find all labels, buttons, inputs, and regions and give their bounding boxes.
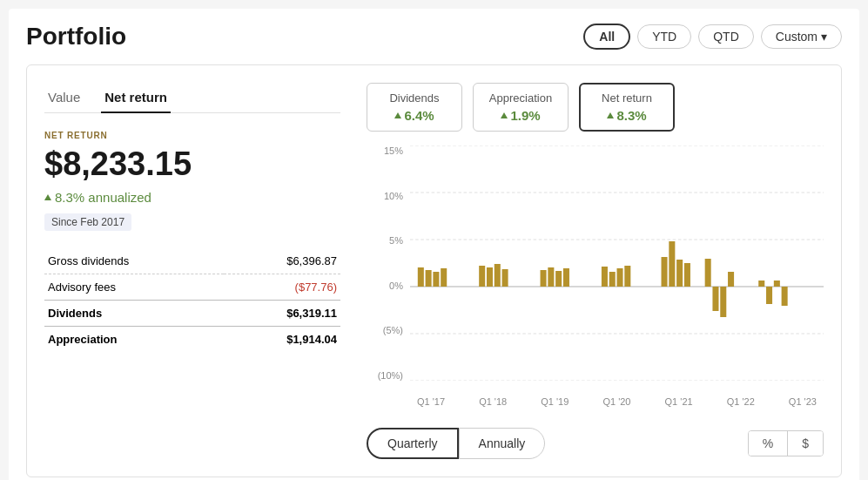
page-wrapper: Portfolio All YTD QTD Custom ▾ Value Net… <box>9 9 859 480</box>
left-panel: Value Net return NET RETURN $8,233.15 8.… <box>44 83 340 459</box>
svg-rect-12 <box>495 264 501 287</box>
since-badge: Since Feb 2017 <box>44 213 131 231</box>
svg-rect-23 <box>669 241 675 287</box>
up-arrow-icon <box>394 112 401 118</box>
y-label: 10% <box>384 191 408 201</box>
svg-rect-14 <box>541 270 547 287</box>
x-label: Q1 '21 <box>665 396 693 407</box>
time-filter-qtd[interactable]: QTD <box>698 24 754 49</box>
period-btn-quarterly[interactable]: Quarterly <box>367 428 459 459</box>
metric-btn-appreciation-label: Appreciation <box>488 91 554 105</box>
metric-btn-dividends-value: 6.4% <box>381 108 447 123</box>
time-filter-custom[interactable]: Custom ▾ <box>761 24 842 49</box>
right-panel: Dividends 6.4% Appreciation 1.9% <box>367 83 824 459</box>
annualized-value: 8.3% annualized <box>55 190 151 205</box>
svg-rect-30 <box>758 281 764 287</box>
svg-rect-7 <box>426 270 432 287</box>
x-label: Q1 '17 <box>417 396 445 407</box>
y-label: 0% <box>389 281 408 291</box>
chevron-down-icon: ▾ <box>821 30 827 44</box>
svg-rect-18 <box>602 267 608 287</box>
metric-btn-dividends[interactable]: Dividends 6.4% <box>367 83 462 132</box>
svg-rect-19 <box>609 272 616 287</box>
svg-rect-26 <box>705 259 711 287</box>
x-label: Q1 '20 <box>602 396 630 407</box>
up-arrow-icon <box>501 112 508 118</box>
svg-rect-33 <box>782 287 788 306</box>
main-card: Value Net return NET RETURN $8,233.15 8.… <box>26 64 842 477</box>
svg-rect-9 <box>441 268 447 287</box>
breakdown-table: Gross dividends $6,396.87 Advisory fees … <box>44 248 340 352</box>
svg-rect-29 <box>728 272 734 287</box>
period-buttons: Quarterly Annually <box>367 428 545 459</box>
y-label: 5% <box>389 235 408 246</box>
metric-buttons: Dividends 6.4% Appreciation 1.9% <box>367 83 824 132</box>
time-filter-all[interactable]: All <box>583 24 630 50</box>
metric-btn-net-return[interactable]: Net return 8.3% <box>579 83 675 132</box>
svg-rect-31 <box>766 287 772 304</box>
table-row-dividends: Dividends $6,319.11 <box>44 301 340 327</box>
y-label: (10%) <box>378 370 408 381</box>
svg-rect-17 <box>563 268 569 287</box>
svg-rect-22 <box>662 257 668 287</box>
net-return-value: $8,233.15 <box>44 145 340 183</box>
svg-rect-27 <box>712 287 718 311</box>
metric-btn-net-return-value: 8.3% <box>595 108 659 123</box>
svg-rect-10 <box>479 266 485 287</box>
tab-value[interactable]: Value <box>44 83 84 113</box>
unit-btn-dollar[interactable]: $ <box>788 431 823 456</box>
unit-buttons: % $ <box>748 430 824 456</box>
svg-rect-15 <box>548 267 554 287</box>
svg-rect-13 <box>502 269 508 287</box>
metric-btn-appreciation[interactable]: Appreciation 1.9% <box>473 83 569 132</box>
card-inner: Value Net return NET RETURN $8,233.15 8.… <box>44 83 824 459</box>
metric-btn-net-return-label: Net return <box>595 91 659 105</box>
net-return-label: NET RETURN <box>44 131 340 140</box>
time-filters: All YTD QTD Custom ▾ <box>583 24 842 50</box>
table-row: Advisory fees ($77.76) <box>44 274 340 301</box>
x-label: Q1 '23 <box>789 396 817 407</box>
table-row-appreciation: Appreciation $1,914.04 <box>44 327 340 353</box>
y-labels: 15% 10% 5% 0% (5%) (10%) <box>367 145 408 381</box>
svg-rect-8 <box>433 272 439 287</box>
top-header: Portfolio All YTD QTD Custom ▾ <box>26 23 842 51</box>
svg-rect-32 <box>774 281 780 287</box>
page-title: Portfolio <box>26 23 126 51</box>
metric-btn-appreciation-value: 1.9% <box>488 108 554 123</box>
svg-rect-28 <box>720 287 726 317</box>
unit-btn-percent[interactable]: % <box>749 431 788 456</box>
y-label: 15% <box>384 145 408 156</box>
table-row: Gross dividends $6,396.87 <box>44 248 340 274</box>
x-label: Q1 '18 <box>479 396 507 407</box>
time-filter-ytd[interactable]: YTD <box>637 24 691 49</box>
x-label: Q1 '19 <box>541 396 569 407</box>
bar-chart <box>410 145 824 381</box>
svg-rect-11 <box>487 267 493 287</box>
tab-net-return[interactable]: Net return <box>101 83 171 113</box>
up-arrow-icon <box>607 112 614 118</box>
up-arrow-icon <box>44 194 51 200</box>
svg-rect-21 <box>624 266 630 287</box>
svg-rect-25 <box>684 263 690 287</box>
svg-rect-20 <box>617 268 623 287</box>
period-btn-annually[interactable]: Annually <box>459 428 546 459</box>
tab-row: Value Net return <box>44 83 340 113</box>
metric-btn-dividends-label: Dividends <box>381 91 447 105</box>
svg-rect-6 <box>418 267 424 287</box>
x-label: Q1 '22 <box>727 396 755 407</box>
svg-rect-16 <box>555 271 562 287</box>
chart-area: 15% 10% 5% 0% (5%) (10%) <box>367 145 824 407</box>
y-label: (5%) <box>383 325 408 335</box>
x-labels: Q1 '17 Q1 '18 Q1 '19 Q1 '20 Q1 '21 Q1 '2… <box>410 396 824 407</box>
svg-rect-24 <box>676 260 683 287</box>
bottom-controls: Quarterly Annually % $ <box>367 421 824 459</box>
annualized-row: 8.3% annualized <box>44 190 340 205</box>
